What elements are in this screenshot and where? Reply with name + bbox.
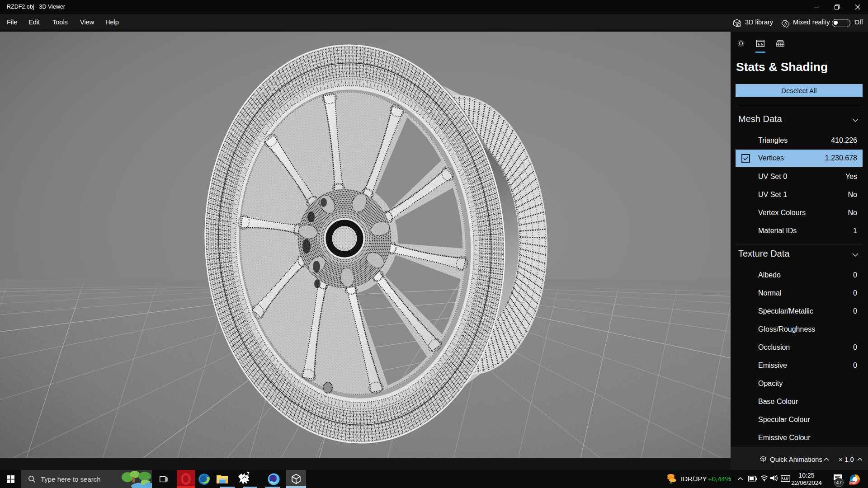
svg-text:PRE: PRE <box>849 481 856 484</box>
svg-text:7: 7 <box>247 472 250 477</box>
